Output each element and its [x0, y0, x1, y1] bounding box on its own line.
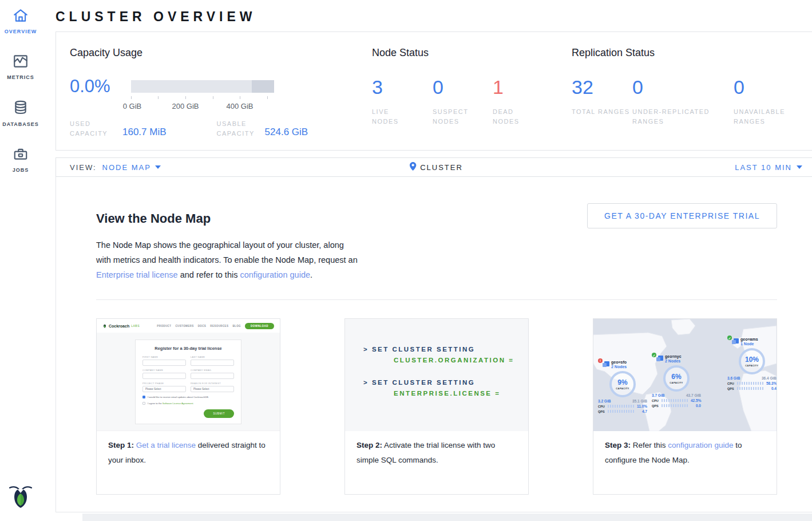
node-map-title: View the Node Map — [96, 211, 211, 226]
mini-site-nav: PRODUCT CUSTOMERS DOCS RESOURCES BLOG DO… — [157, 323, 274, 329]
project-phase-select: Please Select — [142, 386, 186, 392]
jobs-icon — [13, 147, 29, 164]
cockroach-labs-mini-logo: CockroachLABS — [102, 323, 140, 329]
capacity-axis-ticks — [131, 96, 274, 100]
trial-registration-form: Register for a 30-day trial license FIRS… — [135, 340, 241, 424]
capacity-gauge: 6% CAPACITY — [663, 365, 690, 392]
page-title: CLUSTER OVERVIEW — [56, 0, 812, 31]
sidebar: OVERVIEW METRICS DATABASES — [0, 0, 41, 521]
chevron-down-icon — [797, 165, 802, 169]
checkbox-icon — [142, 402, 145, 405]
capacity-gauge: 9% CAPACITY — [609, 371, 636, 397]
node-map-panel: View the Node Map GET A 30-DAY ENTERPRIS… — [56, 177, 812, 512]
qps-sparkbar — [608, 410, 635, 413]
checkbox-checked-icon — [142, 396, 145, 398]
step-2-caption: Step 2: Activate the trial license with … — [345, 431, 528, 475]
used-capacity-value: 160.7 MiB — [122, 127, 167, 139]
capacity-usage-title: Capacity Usage — [70, 47, 372, 59]
capacity-bar-reserved-segment — [252, 80, 274, 93]
sidebar-item-label: DATABASES — [2, 121, 39, 127]
sidebar-item-label: JOBS — [13, 167, 29, 173]
chevron-down-icon — [155, 165, 161, 169]
ok-badge-icon: ✓ — [652, 353, 656, 357]
map-locality-ams: ✓ geo=ams1 Node 10% CAPACITY 3.6 GiB36.4… — [726, 337, 777, 390]
step-card-1: CockroachLABS PRODUCT CUSTOMERS DOCS RES… — [96, 318, 280, 495]
under-replicated-ranges-stat: 0 UNDER-REPLICATED RANGES — [632, 77, 734, 127]
qps-sparkbar — [662, 404, 689, 407]
sidebar-item-databases[interactable]: DATABASES — [2, 100, 39, 127]
cockroach-logo — [8, 482, 33, 512]
get-trial-license-link[interactable]: Get a trial license — [136, 441, 196, 449]
configuration-guide-link[interactable]: configuration guide — [240, 270, 310, 279]
content-area: CLUSTER OVERVIEW Capacity Usage 0.0% 0 G… — [41, 0, 812, 521]
cpu-sparkbar — [737, 382, 765, 385]
node-status-section: Node Status 3 LIVE NODES 0 SUSPECT NODES… — [372, 47, 572, 139]
sidebar-item-overview[interactable]: OVERVIEW — [5, 8, 37, 34]
time-range-dropdown[interactable]: LAST 10 MIN — [735, 163, 802, 172]
capacity-percent: 0.0% — [70, 77, 131, 96]
view-selector-dropdown[interactable]: NODE MAP — [102, 163, 161, 172]
nodes-cube-icon — [658, 356, 663, 361]
step-card-3: ! geo=sfo2 Nodes 9% CAPACITY 3.2 GiB35.1… — [593, 318, 777, 495]
cluster-breadcrumb: CLUSTER — [409, 161, 463, 173]
capacity-usage-section: Capacity Usage 0.0% 0 GiB200 GiB400 GiB … — [70, 47, 372, 139]
sidebar-item-label: METRICS — [7, 74, 34, 80]
qps-sparkbar — [737, 387, 765, 390]
suspect-nodes-stat: 0 SUSPECT NODES — [433, 77, 493, 127]
section-divider — [96, 299, 777, 300]
step-1-caption: Step 1: Get a trial license delivered st… — [97, 431, 280, 475]
enterprise-trial-license-link[interactable]: Enterprise trial license — [96, 270, 178, 279]
view-bar: VIEW: NODE MAP CLUSTER LAST 10 MIN — [56, 157, 812, 177]
usable-capacity-stat: USABLE CAPACITY 524.6 GiB — [217, 119, 308, 139]
sidebar-item-label: OVERVIEW — [5, 29, 37, 34]
reason-for-interest-select: Please Select — [191, 386, 234, 392]
step-3-caption: Step 3: Refer this configuration guide t… — [593, 431, 777, 475]
trial-registration-screenshot: CockroachLABS PRODUCT CUSTOMERS DOCS RES… — [97, 319, 280, 431]
databases-icon — [13, 100, 29, 118]
node-map-preview: ! geo=sfo2 Nodes 9% CAPACITY 3.2 GiB35.1… — [593, 319, 777, 431]
company-email-field — [191, 373, 234, 379]
page-background-bottom — [82, 514, 812, 521]
cpu-sparkbar — [608, 405, 635, 408]
app-root: OVERVIEW METRICS DATABASES — [0, 0, 812, 521]
map-locality-sfo: ! geo=sfo2 Nodes 9% CAPACITY 3.2 GiB35.1… — [597, 360, 648, 413]
unavailable-ranges-stat: 0 UNAVAILABLE RANGES — [734, 77, 802, 127]
nodes-cube-icon — [734, 338, 739, 344]
map-locality-nyc: ✓ geo=nyc2 Nodes 6% CAPACITY 3.7 GiB43.7… — [651, 354, 702, 408]
first-name-field — [142, 360, 186, 366]
enterprise-trial-button[interactable]: GET A 30-DAY ENTERPRISE TRIAL — [587, 203, 777, 228]
email-updates-checkbox-row: I would like to receive email updates ab… — [142, 396, 234, 398]
replication-status-section: Replication Status 32 TOTAL RANGES 0 UND… — [572, 47, 802, 139]
used-capacity-stat: USED CAPACITY 160.7 MiB — [70, 119, 167, 139]
dead-nodes-stat: 1 DEAD NODES — [493, 77, 536, 127]
last-name-field — [191, 360, 234, 366]
alert-badge-icon: ! — [598, 358, 603, 363]
sql-commands-illustration: > SET CLUSTER SETTING CLUSTER.ORGANIZATI… — [345, 319, 528, 431]
view-label: VIEW: — [70, 163, 97, 172]
metrics-icon — [13, 54, 29, 71]
sidebar-item-jobs[interactable]: JOBS — [13, 147, 29, 173]
node-status-title: Node Status — [372, 47, 572, 59]
live-nodes-stat: 3 LIVE NODES — [372, 77, 433, 127]
location-pin-icon — [409, 161, 417, 173]
capacity-axis-labels: 0 GiB200 GiB400 GiB — [131, 102, 274, 111]
replication-status-title: Replication Status — [572, 47, 802, 59]
node-map-description: The Node Map shows the geographical layo… — [96, 238, 361, 282]
nodes-cube-icon — [604, 361, 609, 366]
cpu-sparkbar — [662, 399, 689, 402]
ok-badge-icon: ✓ — [727, 336, 732, 340]
mini-submit-button: SUBMIT — [204, 409, 234, 418]
total-ranges-stat: 32 TOTAL RANGES — [572, 77, 632, 127]
mini-download-button: DOWNLOAD — [245, 323, 274, 329]
company-name-field — [142, 373, 186, 379]
configuration-guide-link-step3[interactable]: configuration guide — [668, 441, 733, 449]
usable-capacity-value: 524.6 GiB — [265, 127, 308, 139]
license-agreement-checkbox-row: I agree to the Software License Agreemen… — [142, 402, 234, 405]
capacity-gauge: 10% CAPACITY — [739, 348, 765, 374]
capacity-bar — [131, 80, 274, 93]
step-card-2: > SET CLUSTER SETTING CLUSTER.ORGANIZATI… — [344, 318, 529, 495]
steps-row: CockroachLABS PRODUCT CUSTOMERS DOCS RES… — [96, 318, 777, 495]
cluster-summary-panel: Capacity Usage 0.0% 0 GiB200 GiB400 GiB … — [56, 31, 812, 151]
sidebar-item-metrics[interactable]: METRICS — [7, 54, 34, 80]
home-icon — [13, 8, 29, 25]
